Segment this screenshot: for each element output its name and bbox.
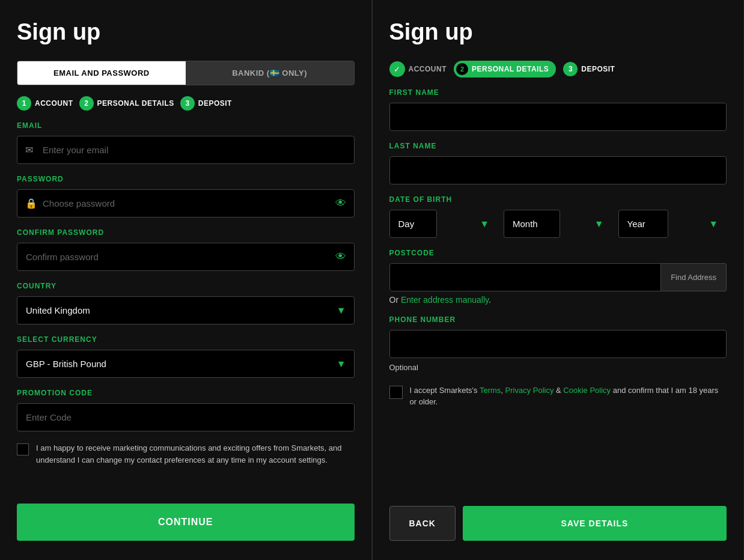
first-name-group: FIRST NAME	[389, 88, 727, 131]
first-name-input[interactable]	[389, 103, 727, 131]
email-icon: ✉	[25, 144, 33, 156]
country-select-wrapper: United Kingdom Ireland Sweden ▼	[17, 296, 355, 324]
step-1-label: ACCOUNT	[35, 99, 73, 108]
country-group: COUNTRY United Kingdom Ireland Sweden ▼	[17, 282, 355, 324]
country-select[interactable]: United Kingdom Ireland Sweden	[17, 296, 355, 324]
step-2-circle: 2	[79, 96, 94, 111]
dob-group: DATE OF BIRTH Day ▼ Month ▼ Year ▼	[389, 195, 727, 238]
step-2: 2 PERSONAL DETAILS	[79, 96, 174, 111]
step-2-label: PERSONAL DETAILS	[97, 99, 174, 108]
dob-month-select[interactable]: Month	[504, 210, 560, 238]
dob-label: DATE OF BIRTH	[389, 195, 727, 204]
password-input[interactable]	[17, 189, 355, 218]
step-3-label: DEPOSIT	[198, 99, 232, 108]
currency-group: SELECT CURRENCY GBP - British Pound EUR …	[17, 335, 355, 378]
right-step-2-num: 2	[456, 63, 468, 75]
last-name-input[interactable]	[389, 156, 727, 184]
steps-left: 1 ACCOUNT 2 PERSONAL DETAILS 3 DEPOSIT	[17, 96, 355, 111]
right-title: Sign up	[389, 19, 727, 45]
first-name-label: FIRST NAME	[389, 88, 727, 97]
privacy-policy-link[interactable]: Privacy Policy	[505, 386, 554, 395]
dob-row: Day ▼ Month ▼ Year ▼	[389, 210, 727, 238]
tab-bankid[interactable]: BANKID (🇸🇪 ONLY)	[186, 61, 354, 85]
currency-select-wrapper: GBP - British Pound EUR - Euro SEK - Swe…	[17, 350, 355, 378]
first-name-input-wrapper	[389, 103, 727, 131]
enter-manually-suffix: .	[489, 295, 491, 305]
email-label: EMAIL	[17, 121, 355, 130]
dob-month-wrapper: Month ▼	[504, 210, 612, 238]
phone-label: PHONE NUMBER	[389, 315, 727, 324]
tab-email-password[interactable]: EMAIL AND PASSWORD	[17, 61, 186, 85]
phone-optional-text: Optional	[389, 362, 727, 374]
password-input-wrapper: 🔒 👁	[17, 189, 355, 218]
steps-right: ✓ ACCOUNT 2 PERSONAL DETAILS 3 DEPOSIT	[389, 61, 727, 78]
marketing-checkbox[interactable]	[17, 443, 29, 455]
step-3: 3 DEPOSIT	[180, 96, 232, 111]
continue-button[interactable]: CONTINUE	[17, 504, 355, 541]
last-name-group: LAST NAME	[389, 142, 727, 184]
terms-checkbox[interactable]	[389, 386, 403, 399]
terms-prefix: I accept Smarkets's	[410, 386, 480, 395]
enter-manually-row: Or Enter address manually.	[389, 295, 727, 305]
terms-sep1: ,	[501, 386, 505, 395]
lock-icon: 🔒	[25, 198, 37, 209]
country-label: COUNTRY	[17, 282, 355, 290]
password-toggle-icon[interactable]: 👁	[335, 197, 346, 210]
dob-day-select[interactable]: Day	[389, 210, 437, 238]
find-address-button[interactable]: Find Address	[661, 263, 727, 291]
phone-group: PHONE NUMBER Optional	[389, 315, 727, 374]
phone-input[interactable]	[389, 330, 727, 358]
terms-link[interactable]: Terms	[480, 386, 501, 395]
email-input[interactable]	[17, 136, 355, 164]
terms-sep2: &	[553, 386, 563, 395]
currency-select[interactable]: GBP - British Pound EUR - Euro SEK - Swe…	[17, 350, 355, 378]
right-step-1: ✓ ACCOUNT	[389, 61, 447, 77]
step-1-circle: 1	[17, 96, 31, 111]
save-details-button[interactable]: SAVE DETAILS	[463, 506, 727, 541]
left-panel: Sign up EMAIL AND PASSWORD BANKID (🇸🇪 ON…	[0, 0, 372, 560]
dob-year-chevron-icon: ▼	[709, 219, 718, 230]
marketing-checkbox-row: I am happy to receive marketing communic…	[17, 442, 355, 466]
confirm-input-wrapper: 👁	[17, 243, 355, 271]
promo-input-wrapper	[17, 403, 355, 431]
confirm-password-input[interactable]	[17, 243, 355, 271]
postcode-input[interactable]	[389, 263, 662, 291]
promo-label: PROMOTION CODE	[17, 389, 355, 397]
step-1: 1 ACCOUNT	[17, 96, 73, 111]
dob-month-chevron-icon: ▼	[594, 219, 604, 230]
right-step-3-circle: 3	[563, 62, 578, 76]
terms-row: I accept Smarkets's Terms, Privacy Polic…	[389, 385, 727, 408]
right-step-1-check-icon: ✓	[389, 61, 405, 77]
promo-group: PROMOTION CODE	[17, 389, 355, 431]
back-button[interactable]: BACK	[389, 506, 456, 541]
last-name-label: LAST NAME	[389, 142, 727, 150]
marketing-text: I am happy to receive marketing communic…	[36, 442, 355, 466]
enter-manually-link[interactable]: Enter address manually	[401, 295, 489, 305]
dob-year-wrapper: Year ▼	[618, 210, 727, 238]
confirm-password-label: CONFIRM PASSWORD	[17, 228, 355, 237]
cookie-policy-link[interactable]: Cookie Policy	[563, 386, 611, 395]
password-group: PASSWORD 🔒 👁	[17, 175, 355, 218]
password-label: PASSWORD	[17, 175, 355, 183]
enter-manually-prefix: Or	[389, 295, 401, 305]
dob-year-select[interactable]: Year	[618, 210, 668, 238]
email-input-wrapper: ✉	[17, 136, 355, 164]
step-3-circle: 3	[180, 96, 195, 111]
right-step-2: 2 PERSONAL DETAILS	[454, 61, 556, 78]
email-group: EMAIL ✉	[17, 121, 355, 164]
postcode-label: POSTCODE	[389, 249, 727, 257]
right-step-2-label: PERSONAL DETAILS	[472, 65, 549, 73]
confirm-toggle-icon[interactable]: 👁	[335, 251, 346, 263]
postcode-row: Find Address	[389, 263, 727, 291]
left-title: Sign up	[17, 19, 355, 45]
phone-input-wrapper	[389, 330, 727, 358]
right-step-3-label: DEPOSIT	[581, 65, 615, 73]
right-panel: Sign up ✓ ACCOUNT 2 PERSONAL DETAILS 3 D…	[373, 0, 745, 560]
currency-label: SELECT CURRENCY	[17, 335, 355, 344]
terms-text: I accept Smarkets's Terms, Privacy Polic…	[410, 385, 727, 408]
confirm-password-group: CONFIRM PASSWORD 👁	[17, 228, 355, 271]
right-step-3: 3 DEPOSIT	[563, 62, 615, 76]
last-name-input-wrapper	[389, 156, 727, 184]
promo-input[interactable]	[17, 403, 355, 431]
dob-day-wrapper: Day ▼	[389, 210, 498, 238]
